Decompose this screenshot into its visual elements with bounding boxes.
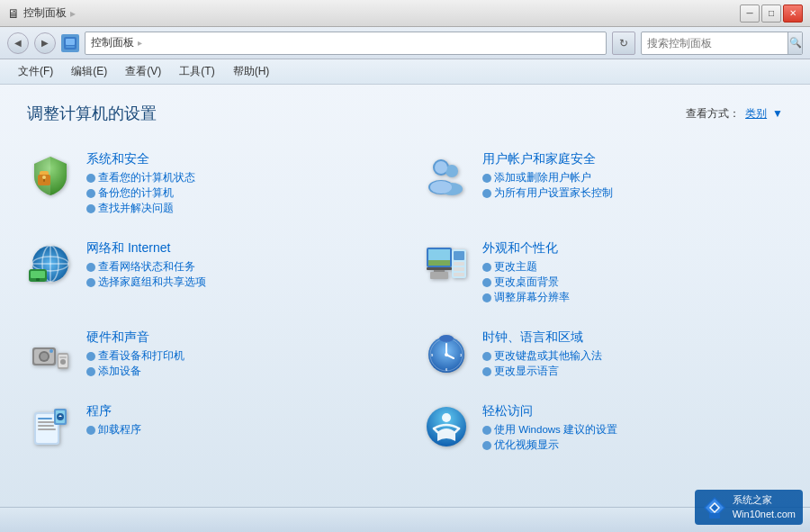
ease-link-0[interactable]: 使用 Windows 建议的设置 (482, 423, 783, 437)
forward-button[interactable]: ▶ (34, 32, 56, 54)
user-text: 用户帐户和家庭安全 添加或删除用户帐户 为所有用户设置家长控制 (482, 151, 783, 200)
program-links: 卸载程序 (86, 423, 387, 437)
hardware-links: 查看设备和打印机 添加设备 (86, 349, 387, 378)
titlebar-separator: ▸ (70, 7, 76, 20)
svg-rect-26 (430, 272, 448, 279)
network-title[interactable]: 网络和 Internet (86, 240, 387, 257)
user-links: 添加或删除用户帐户 为所有用户设置家长控制 (482, 171, 783, 200)
category-appearance: 外观和个性化 更改主题 更改桌面背景 调整屏幕分辨率 (423, 235, 783, 310)
appearance-link-1[interactable]: 更改桌面背景 (482, 275, 783, 289)
security-links: 查看您的计算机状态 备份您的计算机 查找并解决问题 (86, 171, 387, 215)
view-label: 查看方式： (686, 106, 740, 122)
address-icon (61, 34, 79, 52)
refresh-button[interactable]: ↻ (612, 32, 635, 55)
network-links: 查看网络状态和任务 选择家庭组和共享选项 (86, 260, 387, 289)
page-header: 调整计算机的设置 查看方式： 类别 ▼ (27, 103, 783, 124)
svg-rect-24 (427, 267, 452, 270)
menu-view[interactable]: 查看(V) (118, 60, 168, 83)
main-content: 调整计算机的设置 查看方式： 类别 ▼ (0, 85, 810, 507)
program-icon (27, 403, 74, 450)
ease-links: 使用 Windows 建议的设置 优化视频显示 (482, 423, 783, 452)
ease-link-1[interactable]: 优化视频显示 (482, 438, 783, 452)
appearance-title[interactable]: 外观和个性化 (482, 240, 783, 257)
user-link-1[interactable]: 为所有用户设置家长控制 (482, 186, 783, 200)
svg-rect-40 (59, 356, 67, 358)
security-text: 系统和安全 查看您的计算机状态 备份您的计算机 查找并解决问题 (86, 151, 387, 215)
appearance-link-0[interactable]: 更改主题 (482, 260, 783, 274)
hardware-icon (27, 329, 74, 376)
titlebar-title: 控制面板 (23, 5, 67, 21)
svg-rect-20 (36, 278, 40, 281)
hardware-link-1[interactable]: 添加设备 (86, 365, 387, 378)
svg-point-45 (445, 353, 448, 356)
category-hardware: 硬件和声音 查看设备和打印机 添加设备 (27, 324, 387, 383)
watermark-line1: 系统之家 (733, 493, 796, 507)
svg-rect-2 (66, 46, 75, 48)
page-title: 调整计算机的设置 (27, 103, 157, 124)
search-button[interactable]: 🔍 (788, 32, 802, 55)
svg-point-39 (60, 359, 66, 365)
svg-rect-53 (38, 418, 52, 419)
svg-rect-19 (31, 271, 45, 278)
svg-point-12 (430, 181, 452, 194)
ease-title[interactable]: 轻松访问 (482, 403, 783, 419)
back-button[interactable]: ◀ (7, 32, 29, 54)
svg-rect-23 (428, 260, 450, 266)
menu-edit[interactable]: 编辑(E) (64, 60, 114, 83)
svg-point-6 (42, 176, 46, 179)
menu-tools[interactable]: 工具(T) (172, 60, 221, 83)
security-link-0[interactable]: 查看您的计算机状态 (86, 171, 387, 185)
clock-text: 时钟、语言和区域 更改键盘或其他输入法 更改显示语言 (482, 329, 783, 378)
security-icon (27, 151, 74, 198)
svg-rect-66 (709, 513, 720, 518)
clock-link-1[interactable]: 更改显示语言 (482, 365, 783, 378)
program-link-0[interactable]: 卸载程序 (86, 423, 387, 437)
search-input[interactable] (642, 37, 788, 50)
svg-point-9 (446, 165, 458, 177)
ease-icon (423, 403, 470, 450)
svg-rect-31 (454, 273, 464, 276)
menu-file[interactable]: 文件(F) (11, 60, 60, 83)
clock-link-0[interactable]: 更改键盘或其他输入法 (482, 349, 783, 363)
security-title[interactable]: 系统和安全 (86, 151, 387, 167)
hardware-title[interactable]: 硬件和声音 (86, 329, 387, 346)
appearance-link-2[interactable]: 调整屏幕分辨率 (482, 291, 783, 304)
view-control: 查看方式： 类别 ▼ (686, 106, 783, 122)
network-link-1[interactable]: 选择家庭组和共享选项 (86, 275, 387, 289)
search-bar: 🔍 (641, 32, 803, 55)
category-security: 系统和安全 查看您的计算机状态 备份您的计算机 查找并解决问题 (27, 146, 387, 221)
security-link-1[interactable]: 备份您的计算机 (86, 186, 387, 200)
view-dropdown-arrow[interactable]: ▼ (772, 107, 783, 120)
user-title[interactable]: 用户帐户和家庭安全 (482, 151, 783, 167)
watermark: 系统之家 Win10net.com (695, 490, 803, 525)
hardware-link-0[interactable]: 查看设备和打印机 (86, 349, 387, 363)
titlebar: 🖥 控制面板 ▸ ─ □ ✕ (0, 0, 810, 27)
security-link-2[interactable]: 查找并解决问题 (86, 202, 387, 215)
svg-rect-1 (66, 39, 75, 45)
clock-icon: 12 6 9 3 (423, 329, 470, 376)
close-button[interactable]: ✕ (783, 5, 803, 23)
ease-text: 轻松访问 使用 Windows 建议的设置 优化视频显示 (482, 403, 783, 452)
maximize-button[interactable]: □ (761, 5, 781, 23)
view-mode-button[interactable]: 类别 (745, 106, 767, 122)
titlebar-icon: 🖥 (7, 6, 20, 21)
svg-point-61 (442, 413, 451, 422)
network-link-0[interactable]: 查看网络状态和任务 (86, 260, 387, 274)
appearance-icon (423, 240, 470, 287)
svg-point-60 (427, 407, 466, 446)
category-clock: 12 6 9 3 时钟、语言和区域 更改键盘或其他输入法 更改显示语言 (423, 324, 783, 383)
svg-rect-28 (454, 251, 464, 260)
svg-rect-30 (454, 267, 464, 271)
user-link-0[interactable]: 添加或删除用户帐户 (482, 171, 783, 185)
category-ease: 轻松访问 使用 Windows 建议的设置 优化视频显示 (423, 398, 783, 457)
addressbar: ◀ ▶ 控制面板 ▸ ↻ 🔍 (0, 27, 810, 59)
clock-title[interactable]: 时钟、语言和区域 (482, 329, 783, 346)
appearance-text: 外观和个性化 更改主题 更改桌面背景 调整屏幕分辨率 (482, 240, 783, 304)
program-title[interactable]: 程序 (86, 403, 387, 419)
category-program: 程序 卸载程序 (27, 398, 387, 457)
minimize-button[interactable]: ─ (740, 5, 760, 23)
menu-help[interactable]: 帮助(H) (226, 60, 277, 83)
network-text: 网络和 Internet 查看网络状态和任务 选择家庭组和共享选项 (86, 240, 387, 289)
breadcrumb: 控制面板 ▸ (85, 32, 607, 55)
svg-point-35 (40, 353, 48, 360)
